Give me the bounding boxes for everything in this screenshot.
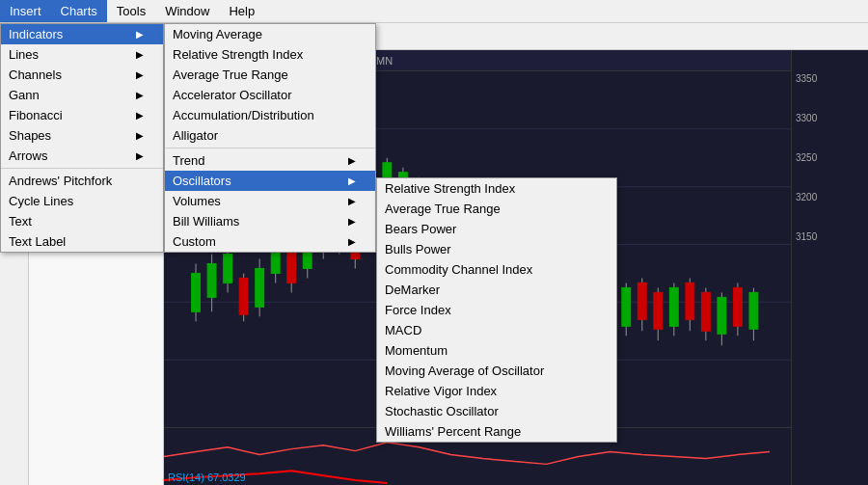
menu-help[interactable]: Help (219, 0, 264, 22)
menu-fibonacci[interactable]: Fibonacci ▶ (1, 105, 163, 125)
osc-stoch[interactable]: Stochastic Oscillator (377, 401, 616, 421)
menu-cyclelines[interactable]: Cycle Lines (1, 191, 163, 211)
osc-cci-label: Commodity Channel Index (385, 262, 532, 277)
svg-rect-70 (701, 292, 710, 331)
osc-rvi-label: Relative Vigor Index (385, 384, 497, 398)
indicators-submenu: Moving Average Relative Strength Index A… (164, 23, 376, 253)
svg-rect-18 (287, 250, 296, 283)
ind-trend-label: Trend (173, 153, 204, 168)
svg-rect-72 (718, 297, 726, 334)
ind-ac[interactable]: Accelerator Oscillator (165, 85, 375, 105)
svg-rect-8 (207, 263, 216, 297)
lines-arrow: ▶ (136, 49, 144, 60)
menu-arrows[interactable]: Arrows ▶ (1, 146, 163, 166)
ind-billwilliams-label: Bill Williams (173, 214, 239, 229)
fibonacci-arrow: ▶ (136, 110, 144, 121)
moving-average-label: Moving Average (173, 27, 262, 41)
osc-macd[interactable]: MACD (377, 320, 616, 340)
custom-arrow: ▶ (348, 236, 356, 247)
ind-oscillators-label: Oscillators (173, 174, 231, 188)
menu-divider-1 (1, 168, 163, 169)
svg-rect-10 (224, 254, 232, 283)
menu-textlabel[interactable]: Text Label (1, 231, 163, 252)
osc-atr[interactable]: Average True Range (377, 199, 616, 219)
osc-cci[interactable]: Commodity Channel Index (377, 259, 616, 280)
ind-alligator[interactable]: Alligator (165, 125, 375, 146)
osc-wpr[interactable]: Williams' Percent Range (377, 421, 616, 442)
ind-rsi[interactable]: Relative Strength Index (165, 44, 375, 65)
oscillators-submenu: Relative Strength Index Average True Ran… (376, 177, 617, 443)
menu-insert[interactable]: Insert (0, 0, 51, 22)
ind-volumes[interactable]: Volumes ▶ (165, 191, 375, 211)
fibonacci-label: Fibonacci (9, 108, 63, 122)
ind-ad[interactable]: Accumulation/Distribution (165, 105, 375, 125)
pitchfork-label: Andrews' Pitchfork (9, 174, 112, 188)
lines-label: Lines (9, 47, 39, 62)
textlabel-label: Text Label (9, 234, 66, 249)
osc-wpr-label: Williams' Percent Range (385, 424, 521, 439)
channels-arrow: ▶ (136, 69, 144, 80)
ind-rsi-label: Relative Strength Index (173, 47, 303, 62)
ind-divider (165, 148, 375, 148)
menu-tools[interactable]: Tools (107, 0, 155, 22)
shapes-arrow: ▶ (136, 130, 144, 141)
menu-bar: Insert Charts Tools Window Help (0, 0, 868, 23)
osc-rsi-label: Relative Strength Index (385, 181, 515, 196)
oscillators-arrow: ▶ (348, 175, 356, 186)
svg-rect-66 (669, 287, 678, 326)
menu-window[interactable]: Window (155, 0, 219, 22)
indicators-arrow: ▶ (136, 29, 144, 40)
billwilliams-arrow: ▶ (348, 216, 356, 227)
menu-pitchfork[interactable]: Andrews' Pitchfork (1, 171, 163, 191)
ind-oscillators[interactable]: Oscillators ▶ (165, 171, 375, 191)
osc-stoch-label: Stochastic Oscillator (385, 404, 499, 418)
ind-alligator-label: Alligator (173, 128, 218, 143)
insert-dropdown: Indicators ▶ Lines ▶ Channels ▶ Gann ▶ F… (0, 23, 164, 253)
gann-arrow: ▶ (136, 90, 144, 100)
indicators-label: Indicators (9, 27, 63, 41)
menu-shapes[interactable]: Shapes ▶ (1, 125, 163, 146)
arrows-arrow: ▶ (136, 150, 144, 161)
menu-charts[interactable]: Charts (51, 0, 107, 22)
svg-rect-76 (749, 292, 758, 329)
osc-osma[interactable]: Moving Average of Oscillator (377, 361, 616, 381)
ind-custom[interactable]: Custom ▶ (165, 231, 375, 252)
osc-rsi[interactable]: Relative Strength Index (377, 178, 616, 199)
svg-rect-64 (654, 292, 663, 329)
osc-bulls[interactable]: Bulls Power (377, 239, 616, 259)
menu-text[interactable]: Text (1, 211, 163, 231)
ind-billwilliams[interactable]: Bill Williams ▶ (165, 211, 375, 231)
price-axis: 3350 3300 3250 3200 3150 (791, 50, 868, 485)
osc-osma-label: Moving Average of Oscillator (385, 364, 544, 378)
svg-rect-6 (192, 273, 201, 311)
ind-moving-average[interactable]: Moving Average (165, 24, 375, 44)
ind-atr-label: Average True Range (173, 67, 288, 82)
cyclelines-label: Cycle Lines (9, 194, 73, 208)
menu-gann[interactable]: Gann ▶ (1, 85, 163, 105)
osc-momentum[interactable]: Momentum (377, 340, 616, 361)
rsi-label: RSI(14) 67.0329 (168, 472, 246, 483)
osc-demarker-label: DeMarker (385, 283, 440, 297)
osc-bears-label: Bears Power (385, 222, 456, 236)
menu-indicators[interactable]: Indicators ▶ (1, 24, 163, 44)
trend-arrow: ▶ (348, 155, 356, 166)
svg-rect-74 (734, 287, 743, 326)
ind-ad-label: Accumulation/Distribution (173, 108, 314, 122)
svg-rect-62 (637, 283, 646, 319)
menu-lines[interactable]: Lines ▶ (1, 44, 163, 65)
osc-force[interactable]: Force Index (377, 300, 616, 320)
osc-momentum-label: Momentum (385, 343, 448, 358)
ind-custom-label: Custom (173, 234, 216, 249)
osc-rvi[interactable]: Relative Vigor Index (377, 381, 616, 401)
ind-trend[interactable]: Trend ▶ (165, 150, 375, 171)
gann-label: Gann (9, 88, 40, 102)
ind-atr[interactable]: Average True Range (165, 65, 375, 85)
svg-rect-12 (239, 278, 248, 314)
menu-channels[interactable]: Channels ▶ (1, 65, 163, 85)
osc-bulls-label: Bulls Power (385, 242, 451, 256)
shapes-label: Shapes (9, 128, 51, 143)
osc-bears[interactable]: Bears Power (377, 219, 616, 239)
svg-rect-14 (256, 268, 264, 307)
osc-demarker[interactable]: DeMarker (377, 280, 616, 300)
svg-rect-60 (622, 287, 631, 326)
